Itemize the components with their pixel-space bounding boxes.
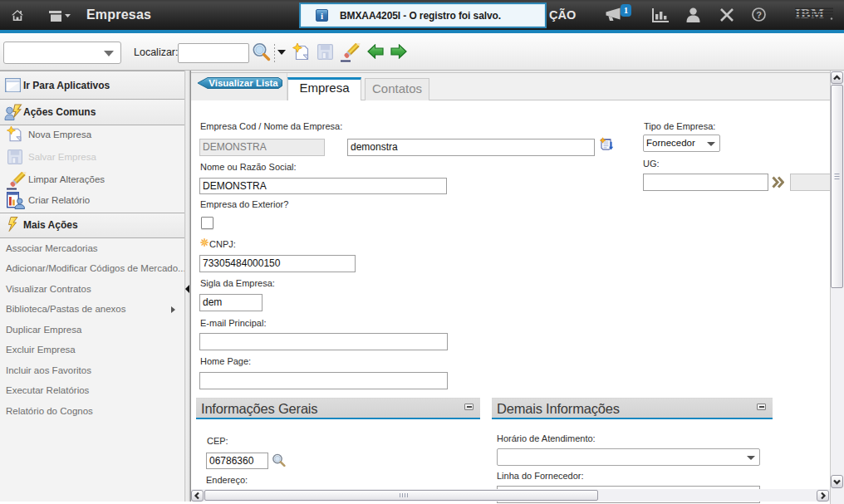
svg-text:?: ?	[756, 10, 762, 20]
svg-text:Visualizar Lista: Visualizar Lista	[209, 78, 278, 88]
